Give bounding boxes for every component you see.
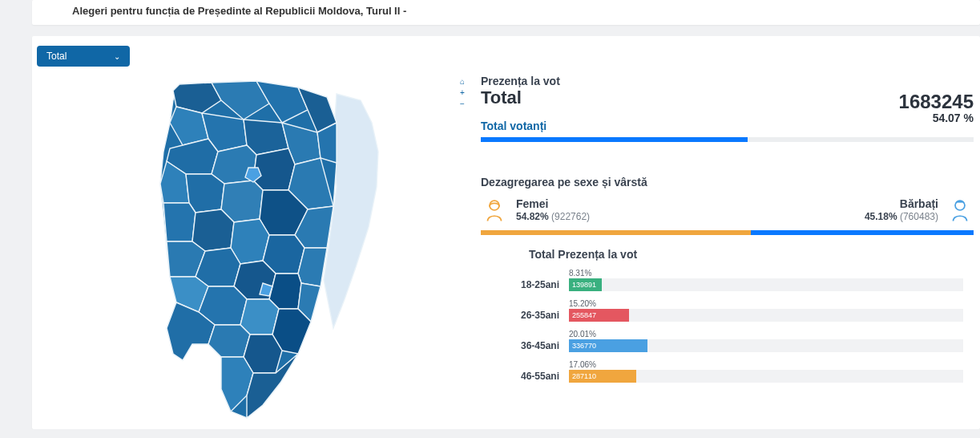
turnout-heading-small: Prezența la vot [481,75,974,87]
turnout-pct: 54.07 % [899,112,974,124]
scope-dropdown[interactable]: Total ⌄ [37,46,130,67]
age-section-title: Total Prezența la vot [529,248,974,261]
age-row-label: 46-55ani [481,371,569,383]
moldova-map[interactable] [68,75,445,428]
male-icon [946,197,974,224]
age-row: 46-55ani17.06%287110 [481,360,974,383]
age-row-fill: 287110 [569,370,636,383]
age-row-bar: 17.06%287110 [569,360,974,383]
age-row-pct: 20.01% [569,330,974,339]
voters-bar-fill [481,137,748,142]
age-row: 36-45ani20.01%336770 [481,330,974,352]
gender-section-title: Dezagregarea pe sexe și vârstă [481,176,974,189]
female-label: Femei [516,197,590,212]
age-row-bar: 8.31%139891 [569,269,974,291]
svg-point-0 [490,201,499,210]
male-pct: 45.18% [865,211,897,222]
gender-bar [481,230,974,235]
age-row: 18-25ani8.31%139891 [481,269,974,291]
gender-bar-male [751,230,974,235]
age-row-track: 255847 [569,309,963,322]
age-row-fill: 139891 [569,278,602,291]
female-icon [481,197,508,224]
stats-column: Prezența la vot Total 1683245 54.07 % To… [465,75,980,391]
age-row-fill: 255847 [569,309,629,322]
age-row-track: 139891 [569,278,963,291]
age-row-pct: 8.31% [569,269,974,278]
female-count: (922762) [551,211,590,222]
age-row-label: 26-35ani [481,310,569,322]
age-row-pct: 15.20% [569,299,974,308]
page-title: Alegeri pentru funcția de Președinte al … [32,0,980,25]
gender-bar-female [481,230,751,235]
gender-male: Bărbați 45.18% (760483) [728,197,974,224]
turnout-count: 1683245 [899,92,974,112]
age-row-track: 287110 [569,370,963,383]
male-label: Bărbați [865,197,938,212]
male-count: (760483) [900,211,938,222]
age-row-pct: 17.06% [569,360,974,369]
age-row-bar: 20.01%336770 [569,330,974,352]
female-pct: 54.82% [516,211,549,222]
gender-row: Femei 54.82% (922762) Bărbați 45.18% [481,195,974,229]
voters-bar [481,137,974,142]
age-row-fill: 336770 [569,339,647,352]
map-zoom-out[interactable]: − [460,100,465,108]
map-zoom-in[interactable]: + [460,89,465,97]
scope-dropdown-label: Total [46,51,67,62]
age-row-label: 36-45ani [481,340,569,352]
age-row-label: 18-25ani [481,279,569,291]
age-row-track: 336770 [569,339,963,352]
age-row-bar: 15.20%255847 [569,299,974,322]
gender-female: Femei 54.82% (922762) [481,197,728,224]
age-row: 26-35ani15.20%255847 [481,299,974,322]
map-column: ⌂ + − [32,75,465,428]
turnout-totals: 1683245 54.07 % [899,92,974,124]
chevron-down-icon: ⌄ [114,52,120,61]
main-card: Total ⌄ ⌂ + − [32,36,980,429]
age-chart: 18-25ani8.31%13989126-35ani15.20%2558473… [481,269,974,383]
